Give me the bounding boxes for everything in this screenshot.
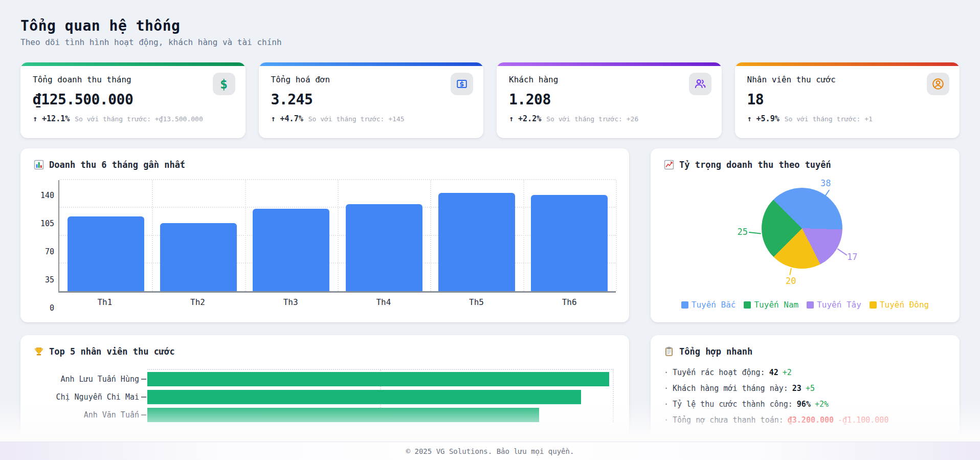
collector-row: Chị Nguyễn Chi Mai (34, 390, 616, 404)
leader-line (749, 232, 761, 234)
pie-chart[interactable] (762, 188, 842, 269)
y-axis-tick-label: 70 (45, 247, 54, 256)
summary-delta: +2% (815, 400, 829, 409)
revenue-bar-Th2[interactable] (160, 223, 237, 291)
x-axis-label: Th4 (337, 293, 430, 308)
bar-chart-x-axis: Th1Th2Th3Th4Th5Th6 (58, 293, 616, 308)
bar-chart-icon (34, 160, 44, 170)
page-title: Tổng quan hệ thống (20, 17, 960, 34)
legend-swatch (744, 301, 751, 309)
stat-trend-note: So với tháng trước: +26 (546, 115, 638, 123)
stat-trend: ↑ +5.9%So với tháng trước: +1 (747, 114, 948, 123)
revenue-bar-Th3[interactable] (253, 209, 329, 291)
stat-trend-note: So với tháng trước: +1 (785, 115, 873, 123)
revenue-bar-Th4[interactable] (346, 204, 422, 292)
v-gridline (616, 180, 617, 291)
legend-swatch (870, 301, 877, 309)
page-footer: © 2025 VG Solutions. Bảo lưu mọi quyền. (0, 442, 980, 460)
stat-label: Tổng hoá đơn (271, 75, 472, 84)
quick-summary-list: ·Tuyến rác hoạt động:42+2·Khách hàng mới… (664, 368, 946, 425)
bar-chart-plot (58, 180, 616, 293)
summary-delta: +5 (806, 384, 815, 393)
footer-copyright: © 2025 VG Solutions. Bảo lưu mọi quyền. (406, 447, 574, 455)
legend-item[interactable]: Tuyến Nam (744, 300, 798, 310)
y-axis-tick-label: 140 (40, 191, 54, 200)
x-axis-label: Th6 (523, 293, 616, 308)
legend-swatch (681, 301, 688, 309)
collector-name: Chị Nguyễn Chi Mai (34, 392, 139, 402)
trend-chart-icon (664, 160, 674, 170)
summary-delta: +2 (783, 368, 792, 377)
legend-label: Tuyến Bắc (692, 300, 736, 310)
clipboard-icon (664, 346, 674, 357)
legend-swatch (807, 301, 814, 309)
page-subtitle: Theo dõi tình hình hoạt động, khách hàng… (20, 37, 960, 47)
stat-trend-percent: ↑ +4.7% (271, 114, 303, 123)
stat-accent-bar (735, 62, 960, 66)
stat-trend: ↑ +2.2%So với tháng trước: +26 (509, 114, 709, 123)
revenue-chart-title: Doanh thu 6 tháng gần nhất (34, 160, 616, 170)
legend-item[interactable]: Tuyến Tây (807, 300, 861, 310)
stat-label: Khách hàng (509, 75, 709, 84)
x-axis-label: Th2 (151, 293, 244, 308)
collector-name: Anh Văn Tuấn (34, 410, 139, 420)
stat-label: Nhân viên thu cước (747, 75, 948, 84)
legend-item[interactable]: Tuyến Đông (870, 300, 929, 310)
summary-item: ·Tổng nợ chưa thanh toán:₫3.200.000-₫1.1… (664, 415, 946, 425)
top-collectors-title: Top 5 nhân viên thu cước (34, 346, 616, 357)
pie-legend: Tuyến BắcTuyến NamTuyến TâyTuyến Đông (664, 300, 946, 310)
revenue-chart-card: Doanh thu 6 tháng gần nhất 03570105140 T… (20, 148, 629, 322)
collector-bar[interactable] (147, 408, 539, 422)
revenue-bar-Th5[interactable] (438, 193, 515, 291)
y-axis-tick-label: 105 (40, 219, 54, 228)
stat-label: Tổng doanh thu tháng (33, 75, 233, 84)
stat-accent-bar (497, 62, 722, 66)
bullet-icon: · (664, 415, 669, 425)
summary-label: Khách hàng mới tháng này: (673, 384, 788, 393)
bullet-icon: · (664, 400, 669, 409)
collector-bar[interactable] (147, 390, 581, 404)
legend-label: Tuyến Nam (754, 300, 798, 310)
stats-row: Tổng doanh thu tháng$₫125.500.000↑ +12.1… (20, 62, 960, 138)
user-circle-icon (927, 73, 949, 95)
leader-line (789, 268, 792, 275)
legend-label: Tuyến Tây (817, 300, 861, 310)
bar-chart-y-axis: 03570105140 (34, 180, 58, 308)
leader-line (837, 248, 847, 256)
stat-trend: ↑ +12.1%So với tháng trước: +₫13.500.000 (33, 114, 233, 123)
stat-card: Nhân viên thu cước18↑ +5.9%So với tháng … (735, 62, 960, 138)
pie-value-label: 25 (734, 227, 748, 237)
summary-label: Tuyến rác hoạt động: (673, 368, 765, 377)
summary-label: Tổng nợ chưa thanh toán: (673, 415, 784, 425)
stat-card: Tổng hoá đơn3.245↑ +4.7%So với tháng trư… (259, 62, 484, 138)
stat-trend-note: So với tháng trước: +145 (308, 115, 405, 123)
summary-item: ·Tỷ lệ thu cước thành công:96%+2% (664, 400, 946, 409)
legend-item[interactable]: Tuyến Bắc (681, 300, 736, 310)
revenue-bar-Th1[interactable] (68, 216, 144, 291)
revenue-bar-chart: 03570105140 Th1Th2Th3Th4Th5Th6 (34, 180, 616, 308)
stat-trend-percent: ↑ +12.1% (33, 114, 70, 123)
stat-accent-bar (20, 62, 246, 66)
legend-label: Tuyến Đông (880, 300, 929, 310)
quick-summary-title: Tổng hợp nhanh (664, 346, 946, 357)
pie-chart-card: Tỷ trọng doanh thu theo tuyến 38 25 17 2… (651, 148, 960, 322)
summary-value: 42 (769, 368, 778, 377)
stat-trend-note: So với tháng trước: +₫13.500.000 (75, 115, 203, 123)
dollar-icon: $ (213, 73, 235, 95)
pie-value-label: 17 (847, 252, 857, 262)
pie-chart-area: 38 25 17 20 (664, 172, 946, 297)
stat-accent-bar (259, 62, 484, 66)
pie-value-label: 38 (820, 178, 831, 188)
collector-name: Anh Lưu Tuấn Hùng (34, 375, 139, 384)
stat-value: 3.245 (271, 91, 472, 108)
stat-value: 18 (747, 91, 948, 108)
bullet-icon: · (664, 368, 669, 377)
collector-bar[interactable] (147, 372, 609, 386)
revenue-bar-Th6[interactable] (531, 195, 608, 291)
pie-value-label: 20 (786, 276, 796, 286)
collector-row: Anh Văn Tuấn (34, 408, 616, 422)
stat-trend: ↑ +4.7%So với tháng trước: +145 (271, 114, 472, 123)
summary-item: ·Tuyến rác hoạt động:42+2 (664, 368, 946, 377)
bullet-icon: · (664, 384, 669, 393)
x-axis-label: Th1 (58, 293, 151, 308)
